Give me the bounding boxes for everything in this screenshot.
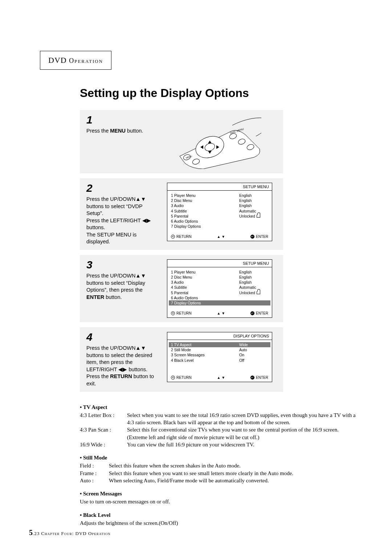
osd-row: 3 AudioEnglish bbox=[171, 203, 268, 208]
still-mode-title: Still Mode bbox=[80, 454, 356, 461]
step-1: 1 Press the MENU button. bbox=[80, 110, 283, 173]
osd-row: 6 Audio Options bbox=[171, 295, 268, 300]
step-num: 1 bbox=[86, 114, 158, 125]
steps-block: 1 Press the MENU button. bbox=[80, 110, 283, 392]
black-level-title: Black Level bbox=[80, 511, 356, 519]
osd-title: SETUP MENU bbox=[167, 183, 272, 191]
osd-row: 5 ParentalUnlocked bbox=[171, 214, 268, 219]
screen-messages-text: Use to turn on-screen messages on or off… bbox=[80, 498, 356, 505]
screen-messages-block: Screen Messages Use to turn on-screen me… bbox=[80, 490, 356, 506]
step-3: 3 Press the UP/DOWN▲▼ buttons to select … bbox=[80, 255, 283, 322]
osd-row: 3 Screen MessagesOn bbox=[171, 352, 268, 357]
return-icon: ⟲ bbox=[171, 376, 175, 380]
section-header-box: DVD Operation bbox=[40, 51, 111, 70]
osd-title: SETUP MENU bbox=[167, 260, 272, 267]
tv-aspect-title: TV Aspect bbox=[80, 404, 356, 411]
osd-row: 6 Audio Options bbox=[171, 219, 268, 224]
osd-body: 1 Player MenuEnglish2 Disc MenuEnglish3 … bbox=[167, 267, 272, 309]
enter-icon: ↵ bbox=[250, 235, 254, 239]
still-mode-block: Still Mode Field :Select this feature wh… bbox=[80, 454, 356, 484]
osd-row: 5 ParentalUnlocked bbox=[171, 290, 268, 295]
osd-row: 7 Display Options bbox=[171, 224, 268, 229]
osd-row: 4 SubtitleAutomatic bbox=[171, 285, 268, 290]
definition-row: Frame :Select this feature when you want… bbox=[80, 470, 356, 477]
osd-row: 4 SubtitleAutomatic bbox=[171, 208, 268, 214]
osd-row: 4 Black LevelOff bbox=[171, 358, 268, 363]
enter-icon: ↵ bbox=[250, 376, 254, 380]
osd-row: 2 Disc MenuEnglish bbox=[171, 198, 268, 203]
return-icon: ⟲ bbox=[171, 235, 175, 239]
osd-row: 2 Disc MenuEnglish bbox=[171, 275, 268, 280]
definition-row: 4:3 Letter Box :Select when you want to … bbox=[80, 412, 356, 426]
black-level-text: Adjusts the brightness of the screen.(On… bbox=[80, 519, 356, 527]
page-footer: 5.23 Chapter Four: DVD Operation bbox=[29, 528, 111, 537]
definition-row: 4:3 Pan Scan :Select this for convention… bbox=[80, 426, 356, 441]
osd-setup-menu: SETUP MENU 1 Player MenuEnglish2 Disc Me… bbox=[167, 183, 272, 241]
remote-illustration: DISC MENU MENU bbox=[178, 114, 261, 169]
page-title: Setting up the Display Options bbox=[80, 86, 352, 100]
definition-row: 16:9 Wide :You can view the full 16:9 pi… bbox=[80, 441, 356, 448]
osd-row: 3 AudioEnglish bbox=[171, 280, 268, 285]
step-num: 4 bbox=[86, 332, 158, 343]
step-text: Press the UP/DOWN▲▼ buttons to select th… bbox=[86, 345, 158, 387]
osd-row: 2 Still ModeAuto bbox=[171, 347, 268, 352]
step-text: Press the MENU button. bbox=[86, 127, 158, 135]
tv-aspect-rows: 4:3 Letter Box :Select when you want to … bbox=[80, 412, 356, 448]
return-icon: ⟲ bbox=[171, 311, 175, 315]
tv-aspect-block: TV Aspect 4:3 Letter Box :Select when yo… bbox=[80, 404, 356, 449]
step-4: 4 Press the UP/DOWN▲▼ buttons to select … bbox=[80, 327, 283, 392]
step-num: 3 bbox=[86, 259, 158, 270]
definition-row: Field :Select this feature when the scre… bbox=[80, 462, 356, 469]
osd-row: 1 TV AspectWide bbox=[169, 342, 270, 347]
chapter-label: Chapter Four: DVD Operation bbox=[41, 531, 111, 536]
still-mode-rows: Field :Select this feature when the scre… bbox=[80, 462, 356, 484]
enter-icon: ↵ bbox=[250, 311, 254, 315]
black-level-block: Black Level Adjusts the brightness of th… bbox=[80, 511, 356, 527]
osd-row: 7 Display Options bbox=[169, 300, 270, 305]
definition-row: Auto :When selecting Auto, Field/Frame m… bbox=[80, 477, 356, 484]
step-text: Press the UP/DOWN▲▼ buttons to select “D… bbox=[86, 272, 158, 301]
step-text: Press the UP/DOWN▲▼ buttons to select “D… bbox=[86, 196, 158, 246]
page-number-major: 5 bbox=[29, 528, 33, 536]
osd-body: 1 Player MenuEnglish2 Disc MenuEnglish3 … bbox=[167, 191, 272, 232]
screen-messages-title: Screen Messages bbox=[80, 490, 356, 497]
section-header-prefix: DVD bbox=[48, 56, 69, 65]
page-number-minor: .23 bbox=[33, 531, 41, 536]
osd-title: DISPLAY OPTIONS bbox=[167, 332, 272, 340]
step-2: 2 Press the UP/DOWN▲▼ buttons to select … bbox=[80, 178, 283, 250]
explanations: TV Aspect 4:3 Letter Box :Select when yo… bbox=[80, 404, 356, 527]
osd-setup-menu-hl: SETUP MENU 1 Player MenuEnglish2 Disc Me… bbox=[167, 259, 272, 318]
step-num: 2 bbox=[86, 183, 158, 194]
osd-body: 1 TV AspectWide2 Still ModeAuto3 Screen … bbox=[167, 340, 272, 373]
osd-row: 1 Player MenuEnglish bbox=[171, 193, 268, 198]
osd-row: 1 Player MenuEnglish bbox=[171, 270, 268, 275]
section-header-suffix: Operation bbox=[69, 57, 103, 64]
osd-display-options: DISPLAY OPTIONS 1 TV AspectWide2 Still M… bbox=[167, 332, 272, 382]
